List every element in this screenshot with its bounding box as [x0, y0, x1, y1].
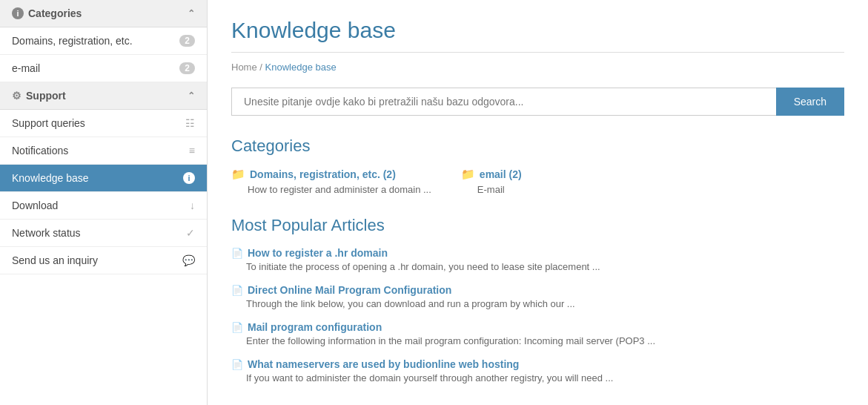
sidebar-item-label: Send us an inquiry: [12, 254, 98, 266]
sidebar-item-download[interactable]: Download ↓: [0, 192, 207, 220]
article-icon: 📄: [231, 322, 243, 333]
breadcrumb-separator: /: [259, 62, 265, 73]
category-description: How to register and administer a domain …: [231, 184, 431, 195]
page-title: Knowledge base: [231, 18, 844, 43]
categories-grid: 📁 Domains, registration, etc. (2) How to…: [231, 168, 844, 195]
article-icon: 📄: [231, 248, 243, 259]
category-title[interactable]: 📁 email (2): [461, 168, 639, 181]
support-section-header[interactable]: ⚙ Support ⌃: [0, 82, 207, 110]
list-icon: ☷: [185, 117, 195, 129]
search-bar: Search: [231, 88, 844, 116]
sidebar-item-send-inquiry[interactable]: Send us an inquiry 💬: [0, 247, 207, 274]
article-title[interactable]: 📄 Direct Online Mail Program Configurati…: [231, 284, 844, 296]
breadcrumb-current: Knowledge base: [265, 62, 337, 73]
article-title-text: How to register a .hr domain: [248, 247, 388, 259]
info-circle-icon: i: [12, 7, 24, 19]
info-icon: i: [183, 172, 195, 184]
article-item: 📄 Direct Online Mail Program Configurati…: [231, 284, 844, 309]
breadcrumb-home[interactable]: Home: [231, 62, 257, 73]
support-header-label: Support: [26, 90, 66, 102]
category-title[interactable]: 📁 Domains, registration, etc. (2): [231, 168, 431, 181]
folder-icon: 📁: [461, 168, 475, 181]
sidebar-item-label: Notifications: [12, 145, 68, 157]
article-item: 📄 Mail program configuration Enter the f…: [231, 321, 844, 346]
download-icon: ↓: [190, 200, 195, 211]
sidebar-item-label: e-mail: [12, 62, 40, 74]
sidebar-item-label: Support queries: [12, 117, 85, 129]
lines-icon: ≡: [189, 145, 195, 157]
article-description: To initiate the process of opening a .hr…: [231, 261, 844, 272]
folder-icon: 📁: [231, 168, 245, 181]
article-icon: 📄: [231, 285, 243, 296]
article-icon: 📄: [231, 359, 243, 370]
article-title-text: What nameservers are used by budionline …: [248, 358, 519, 370]
sidebar-item-badge: 2: [179, 35, 195, 47]
articles-list: 📄 How to register a .hr domain To initia…: [231, 247, 844, 383]
gear-icon: ⚙: [12, 90, 21, 102]
sidebar-item-email[interactable]: e-mail 2: [0, 55, 207, 82]
category-item-domains: 📁 Domains, registration, etc. (2) How to…: [231, 168, 431, 195]
categories-section-header[interactable]: i Categories ⌃: [0, 0, 207, 27]
category-title-text: email (2): [480, 168, 522, 180]
categories-title: Categories: [231, 136, 844, 156]
sidebar-item-badge: 2: [179, 62, 195, 74]
popular-articles-title: Most Popular Articles: [231, 216, 844, 235]
sidebar-item-label: Download: [12, 200, 58, 211]
breadcrumb: Home / Knowledge base: [231, 62, 844, 73]
article-description: Enter the following information in the m…: [231, 335, 844, 346]
chevron-up-icon: ⌃: [188, 8, 195, 19]
sidebar-item-label: Network status: [12, 227, 81, 239]
divider: [231, 52, 844, 53]
article-description: Through the link below, you can download…: [231, 298, 844, 309]
network-icon: ✓: [186, 227, 195, 239]
article-item: 📄 How to register a .hr domain To initia…: [231, 247, 844, 272]
sidebar-item-network-status[interactable]: Network status ✓: [0, 220, 207, 247]
categories-list: Domains, registration, etc. 2 e-mail 2: [0, 27, 207, 82]
sidebar-item-label: Knowledge base: [12, 172, 89, 184]
category-description: E-mail: [461, 184, 639, 195]
sidebar: i Categories ⌃ Domains, registration, et…: [0, 0, 208, 405]
article-item: 📄 What nameservers are used by budionlin…: [231, 358, 844, 383]
article-title-text: Mail program configuration: [248, 321, 382, 333]
sidebar-item-label: Domains, registration, etc.: [12, 35, 133, 47]
sidebar-item-notifications[interactable]: Notifications ≡: [0, 137, 207, 165]
article-title[interactable]: 📄 How to register a .hr domain: [231, 247, 844, 259]
article-title[interactable]: 📄 What nameservers are used by budionlin…: [231, 358, 844, 370]
categories-header-label: Categories: [28, 7, 82, 19]
article-title[interactable]: 📄 Mail program configuration: [231, 321, 844, 333]
inquiry-icon: 💬: [182, 254, 195, 266]
article-title-text: Direct Online Mail Program Configuration: [248, 284, 451, 296]
sidebar-item-support-queries[interactable]: Support queries ☷: [0, 110, 207, 137]
chevron-up-icon: ⌃: [188, 90, 195, 101]
support-list: Support queries ☷ Notifications ≡ Knowle…: [0, 110, 207, 274]
sidebar-item-knowledge-base[interactable]: Knowledge base i: [0, 165, 207, 192]
search-button[interactable]: Search: [776, 88, 844, 116]
category-item-email: 📁 email (2) E-mail: [461, 168, 639, 195]
main-content: Knowledge base Home / Knowledge base Sea…: [208, 0, 868, 405]
sidebar-item-domains[interactable]: Domains, registration, etc. 2: [0, 27, 207, 55]
search-input[interactable]: [231, 88, 776, 116]
article-description: If you want to administer the domain you…: [231, 372, 844, 383]
category-title-text: Domains, registration, etc. (2): [250, 168, 396, 180]
